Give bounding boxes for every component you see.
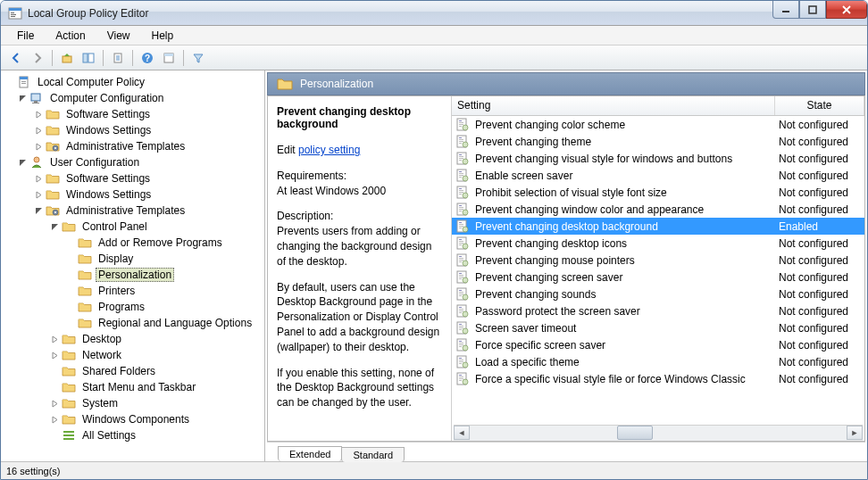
scroll-thumb[interactable]	[617, 426, 653, 440]
svg-rect-19	[31, 94, 40, 101]
tree-item-uc_win[interactable]: Windows Settings	[1, 186, 264, 203]
filter-button[interactable]	[188, 48, 208, 68]
setting-row[interactable]: Prevent changing visual style for window…	[452, 150, 864, 167]
column-state[interactable]: State	[775, 96, 864, 115]
tree-label: Start Menu and Taskbar	[79, 380, 198, 394]
tree-item-cp_print[interactable]: Printers	[1, 283, 264, 299]
tree-item-cc_sw[interactable]: Software Settings	[1, 106, 264, 122]
tree-item-uc_admin[interactable]: Administrative Templates	[1, 203, 264, 219]
setting-row[interactable]: Prevent changing color schemeNot configu…	[452, 116, 864, 133]
tree-label: Network	[79, 348, 124, 362]
tree-item-root[interactable]: Local Computer Policy	[1, 74, 264, 90]
folder-icon	[62, 348, 76, 362]
tree-label: System	[79, 396, 121, 410]
list-body[interactable]: Prevent changing color schemeNot configu…	[452, 116, 864, 423]
tab-extended[interactable]: Extended	[278, 446, 342, 461]
tree-item-shared[interactable]: Shared Folders	[1, 363, 264, 379]
tree-item-cp_reg[interactable]: Regional and Language Options	[1, 315, 264, 331]
setting-row[interactable]: Prevent changing soundsNot configured	[452, 286, 864, 302]
scroll-right-button[interactable]: ►	[847, 426, 863, 440]
tree-item-cp_prog[interactable]: Programs	[1, 299, 264, 315]
setting-row[interactable]: Force a specific visual style file or fo…	[452, 370, 864, 387]
svg-rect-118	[459, 363, 462, 364]
menu-action[interactable]: Action	[46, 27, 94, 45]
svg-rect-37	[459, 137, 462, 138]
tree-item-cc_admin[interactable]: Administrative Templates	[1, 138, 264, 154]
folder-icon	[29, 91, 44, 105]
tree-item-cp_add[interactable]: Add or Remove Programs	[1, 235, 264, 251]
menu-file[interactable]: File	[8, 27, 43, 45]
expand-icon[interactable]	[33, 173, 44, 184]
scroll-left-button[interactable]: ◄	[454, 426, 470, 440]
setting-row[interactable]: Force specific screen saverNot configure…	[452, 336, 864, 353]
expand-icon[interactable]	[49, 414, 60, 425]
collapse-icon[interactable]	[33, 205, 44, 216]
expand-icon[interactable]	[33, 189, 44, 200]
up-level-button[interactable]	[57, 48, 77, 68]
tree-item-wincomp[interactable]: Windows Components	[1, 411, 264, 427]
expand-icon[interactable]	[49, 350, 60, 360]
collapse-icon[interactable]	[17, 93, 28, 103]
setting-row[interactable]: Prohibit selection of visual style font …	[452, 184, 864, 201]
tree-item-allset[interactable]: All Settings	[1, 427, 264, 443]
svg-rect-49	[459, 171, 462, 172]
tree-item-desktop[interactable]: Desktop	[1, 331, 264, 347]
setting-row[interactable]: Prevent changing mouse pointersNot confi…	[452, 252, 864, 269]
properties-button[interactable]	[159, 48, 179, 68]
edit-policy-link[interactable]: policy setting	[298, 144, 360, 156]
tree-item-cp[interactable]: Control Panel	[1, 219, 264, 235]
tab-standard[interactable]: Standard	[341, 447, 405, 462]
expand-icon[interactable]	[49, 334, 60, 344]
expand-icon[interactable]	[33, 125, 44, 136]
forward-button[interactable]	[28, 48, 47, 68]
svg-rect-79	[459, 256, 462, 257]
column-setting[interactable]: Setting	[452, 96, 775, 115]
horizontal-scrollbar[interactable]: ◄ ►	[454, 425, 863, 441]
setting-row[interactable]: Load a specific themeNot configured	[452, 353, 864, 370]
show-hide-tree-button[interactable]	[79, 48, 98, 68]
content-header: Personalization	[267, 72, 865, 95]
setting-row[interactable]: Screen saver timeoutNot configured	[452, 319, 864, 336]
tree-item-cp_disp[interactable]: Display	[1, 251, 264, 267]
tree-label: Local Computer Policy	[35, 75, 147, 89]
tree-item-uc_sw[interactable]: Software Settings	[1, 170, 264, 186]
tree-item-cc[interactable]: Computer Configuration	[1, 90, 264, 106]
export-button[interactable]	[108, 48, 128, 68]
expand-icon[interactable]	[33, 141, 44, 152]
setting-row[interactable]: Prevent changing screen saverNot configu…	[452, 269, 864, 286]
menu-help[interactable]: Help	[143, 27, 183, 45]
svg-rect-75	[459, 243, 463, 244]
tree-item-uc[interactable]: User Configuration	[1, 154, 264, 170]
svg-point-23	[54, 147, 56, 149]
minimize-button[interactable]	[772, 1, 799, 19]
tree-item-cp_pers[interactable]: Personalization	[1, 267, 264, 283]
tree-item-system[interactable]: System	[1, 395, 264, 411]
expand-icon[interactable]	[49, 398, 60, 409]
setting-row[interactable]: Enable screen saverNot configured	[452, 167, 864, 184]
tree-item-start[interactable]: Start Menu and Taskbar	[1, 379, 264, 395]
svg-rect-122	[459, 377, 463, 377]
expand-icon[interactable]	[33, 109, 44, 120]
maximize-button[interactable]	[799, 1, 826, 19]
setting-state: Not configured	[779, 186, 864, 199]
setting-row[interactable]: Prevent changing desktop backgroundEnabl…	[452, 218, 864, 235]
svg-point-24	[34, 157, 39, 162]
setting-row[interactable]: Prevent changing window color and appear…	[452, 201, 864, 218]
menu-view[interactable]: View	[98, 27, 139, 45]
setting-row[interactable]: Prevent changing desktop iconsNot config…	[452, 235, 864, 252]
svg-rect-17	[21, 81, 26, 82]
setting-row[interactable]: Prevent changing themeNot configured	[452, 133, 864, 150]
tree-label: Regional and Language Options	[96, 316, 255, 330]
setting-row[interactable]: Password protect the screen saverNot con…	[452, 302, 864, 319]
collapse-icon[interactable]	[17, 157, 28, 168]
tree-item-network[interactable]: Network	[1, 347, 264, 363]
svg-rect-123	[459, 378, 463, 379]
help-button[interactable]: ?	[138, 48, 157, 68]
tree-pane[interactable]: Local Computer PolicyComputer Configurat…	[1, 70, 265, 461]
collapse-icon[interactable]	[49, 221, 60, 232]
tree-label: Windows Settings	[63, 187, 154, 202]
close-button[interactable]	[826, 1, 867, 19]
svg-rect-76	[459, 244, 462, 245]
back-button[interactable]	[6, 48, 26, 68]
tree-item-cc_win[interactable]: Windows Settings	[1, 122, 264, 138]
